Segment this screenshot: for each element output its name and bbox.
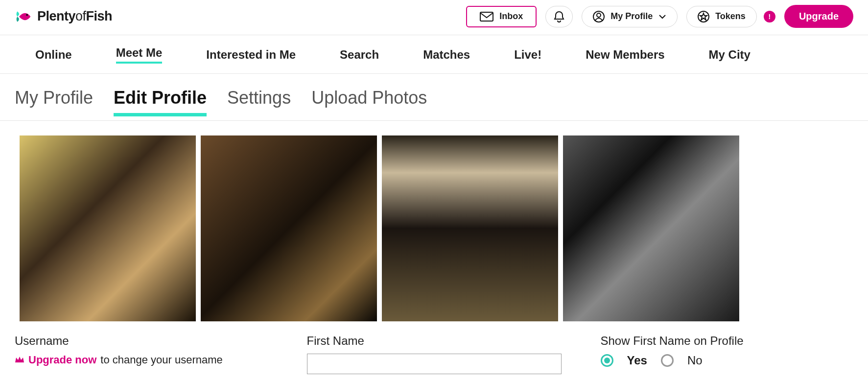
tab-my-profile[interactable]: My Profile xyxy=(15,88,93,113)
nav-interested[interactable]: Interested in Me xyxy=(206,48,296,62)
brand-name: PlentyofFish xyxy=(37,9,112,24)
radio-yes-label: Yes xyxy=(627,354,647,367)
bell-icon xyxy=(554,11,564,22)
profile-photos-strip xyxy=(0,121,868,326)
showname-label: Show First Name on Profile xyxy=(601,334,854,348)
brand-word-1: Plenty xyxy=(37,9,75,23)
username-label: Username xyxy=(15,334,268,348)
svg-point-0 xyxy=(26,14,28,16)
upgrade-rest-text: to change your username xyxy=(100,354,223,366)
my-profile-dropdown[interactable]: My Profile xyxy=(582,6,678,27)
crown-icon xyxy=(15,356,24,364)
nav-meet-me[interactable]: Meet Me xyxy=(116,46,163,64)
svg-point-3 xyxy=(597,13,601,17)
nav-online[interactable]: Online xyxy=(35,48,72,62)
upgrade-button[interactable]: Upgrade xyxy=(784,5,853,28)
star-token-icon xyxy=(698,11,709,22)
mail-icon xyxy=(480,12,493,22)
nav-search[interactable]: Search xyxy=(340,48,379,62)
profile-photo-4[interactable] xyxy=(563,135,739,321)
firstname-label: First Name xyxy=(307,334,562,348)
top-actions: Inbox My Profile xyxy=(466,5,853,28)
tab-upload-photos[interactable]: Upload Photos xyxy=(311,88,427,113)
notifications-button[interactable] xyxy=(545,6,573,27)
main-nav: Online Meet Me Interested in Me Search M… xyxy=(0,35,868,74)
nav-matches[interactable]: Matches xyxy=(423,48,470,62)
my-profile-label: My Profile xyxy=(610,11,653,22)
inbox-button[interactable]: Inbox xyxy=(466,6,537,27)
chevron-down-icon xyxy=(658,14,666,19)
tab-edit-profile[interactable]: Edit Profile xyxy=(114,88,207,116)
profile-photo-3[interactable] xyxy=(382,135,558,321)
showname-options: Yes No xyxy=(601,354,854,367)
username-section: Username Upgrade now to change your user… xyxy=(15,334,268,374)
profile-photo-1[interactable] xyxy=(20,135,196,321)
edit-form-row: Username Upgrade now to change your user… xyxy=(0,326,868,382)
tab-settings[interactable]: Settings xyxy=(227,88,291,113)
fish-logo-icon xyxy=(15,8,32,25)
alert-badge[interactable]: ! xyxy=(764,11,775,22)
radio-yes[interactable] xyxy=(601,354,613,367)
firstname-input[interactable] xyxy=(307,354,562,374)
profile-subtabs: My Profile Edit Profile Settings Upload … xyxy=(0,74,868,121)
tokens-label: Tokens xyxy=(715,11,746,22)
username-upgrade-line: Upgrade now to change your username xyxy=(15,354,268,366)
tokens-button[interactable]: Tokens xyxy=(686,6,757,27)
radio-no[interactable] xyxy=(661,354,674,367)
nav-my-city[interactable]: My City xyxy=(709,48,751,62)
upgrade-now-link[interactable]: Upgrade now xyxy=(28,354,96,366)
profile-photo-2[interactable] xyxy=(201,135,377,321)
brand-logo[interactable]: PlentyofFish xyxy=(15,8,112,25)
svg-rect-1 xyxy=(480,12,493,21)
radio-no-label: No xyxy=(687,354,703,367)
nav-live[interactable]: Live! xyxy=(514,48,541,62)
firstname-section: First Name xyxy=(307,334,562,374)
user-icon xyxy=(593,11,605,22)
top-bar: PlentyofFish Inbox xyxy=(0,0,868,35)
showname-section: Show First Name on Profile Yes No xyxy=(601,334,854,374)
nav-new-members[interactable]: New Members xyxy=(586,48,664,62)
brand-word-2: of xyxy=(75,9,86,23)
brand-word-3: Fish xyxy=(86,9,113,23)
inbox-label: Inbox xyxy=(499,11,523,22)
